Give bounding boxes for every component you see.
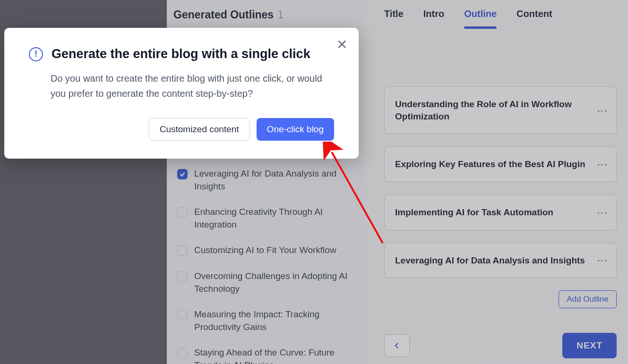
outline-card[interactable]: Exploring Key Features of the Best AI Pl… <box>384 146 617 182</box>
back-button[interactable] <box>384 334 410 357</box>
outline-cards: Understanding the Role of AI in Workflow… <box>384 86 617 308</box>
outlines-header: Generated Outlines 1 <box>173 8 353 21</box>
card-label: Exploring Key Features of the Best AI Pl… <box>395 158 598 170</box>
one-click-blog-button[interactable]: One-click blog <box>257 118 334 141</box>
outline-card[interactable]: Leveraging AI for Data Analysis and Insi… <box>384 243 617 279</box>
modal-title: Generate the entire blog with a single c… <box>52 47 310 61</box>
checkbox-icon[interactable] <box>177 348 188 358</box>
footer-bar: NEXT <box>384 324 617 364</box>
list-item[interactable]: Enhancing Creativity Through AI Integrat… <box>177 206 350 231</box>
tab-content[interactable]: Content <box>516 8 552 26</box>
outlines-count: 1 <box>277 8 284 21</box>
next-button[interactable]: NEXT <box>562 333 617 358</box>
outline-label: Overcoming Challenges in Adopting AI Tec… <box>194 270 350 295</box>
outline-card[interactable]: Understanding the Role of AI in Workflow… <box>384 86 617 134</box>
list-item[interactable]: Leveraging AI for Data Analysis and Insi… <box>177 168 350 193</box>
outline-label: Measuring the Impact: Tracking Productiv… <box>194 308 350 333</box>
tab-title[interactable]: Title <box>384 8 404 26</box>
more-icon[interactable]: ⋮ <box>598 106 606 115</box>
card-label: Understanding the Role of AI in Workflow… <box>395 98 598 122</box>
outline-label: Customizing AI to Fit Your Workflow <box>194 244 336 257</box>
card-label: Leveraging AI for Data Analysis and Insi… <box>395 254 598 267</box>
customized-content-button[interactable]: Customized content <box>149 118 250 141</box>
chevron-left-icon <box>393 341 401 350</box>
outline-checklist: Leveraging AI for Data Analysis and Insi… <box>173 168 353 364</box>
outline-label: Leveraging AI for Data Analysis and Insi… <box>194 168 350 193</box>
content-tabs: Title Intro Outline Content <box>384 8 617 26</box>
list-item[interactable]: Customizing AI to Fit Your Workflow <box>177 244 350 257</box>
list-item[interactable]: Staying Ahead of the Curve: Future Trend… <box>177 347 350 364</box>
more-icon[interactable]: ⋮ <box>598 208 606 217</box>
checkbox-icon[interactable] <box>177 271 188 282</box>
card-label: Implementing AI for Task Automation <box>395 206 598 219</box>
checkbox-icon[interactable] <box>177 245 188 256</box>
outlines-title: Generated Outlines <box>173 8 274 21</box>
outline-label: Enhancing Creativity Through AI Integrat… <box>194 206 350 231</box>
checkbox-icon[interactable] <box>177 169 188 179</box>
more-icon[interactable]: ⋮ <box>598 160 606 169</box>
outline-label: Staying Ahead of the Curve: Future Trend… <box>194 347 350 364</box>
outline-card[interactable]: Implementing AI for Task Automation ⋮ <box>384 195 617 230</box>
list-item[interactable]: Measuring the Impact: Tracking Productiv… <box>177 308 350 333</box>
close-icon[interactable]: ✕ <box>336 38 347 51</box>
add-outline-button[interactable]: Add Outline <box>559 290 617 308</box>
checkbox-icon[interactable] <box>177 310 188 320</box>
generate-blog-modal: ✕ ! Generate the entire blog with a sing… <box>4 28 359 159</box>
info-icon: ! <box>29 47 43 61</box>
list-item[interactable]: Overcoming Challenges in Adopting AI Tec… <box>177 270 350 295</box>
tab-outline[interactable]: Outline <box>464 8 497 26</box>
modal-body: Do you want to create the entire blog wi… <box>51 71 339 101</box>
more-icon[interactable]: ⋮ <box>598 255 606 265</box>
checkbox-icon[interactable] <box>177 207 188 218</box>
content-panel: Title Intro Outline Content Understandin… <box>365 0 628 364</box>
tab-intro[interactable]: Intro <box>423 8 444 26</box>
